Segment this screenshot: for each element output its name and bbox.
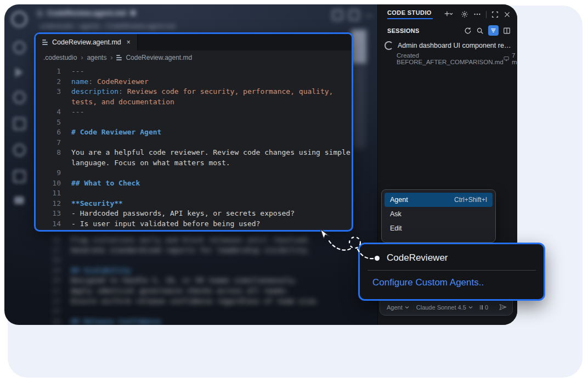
agent-option-codereviewer[interactable]: CodeReviewer [360, 244, 544, 263]
maximize-panel-icon[interactable] [491, 11, 499, 18]
markdown-file-icon [42, 40, 48, 45]
more-actions-icon: ⋯ [365, 11, 374, 20]
code-line[interactable]: 12**Security** [36, 199, 352, 209]
breadcrumb-item[interactable]: .codestudio [43, 54, 77, 61]
monitor-icon [504, 55, 509, 62]
chevron-right-icon: › [81, 54, 83, 61]
code-line[interactable]: 15 [36, 229, 352, 232]
line-number: 7 [36, 138, 61, 148]
menu-item-agent[interactable]: Agent Ctrl+Shift+I [385, 193, 493, 207]
line-content: tests, and documentation [71, 97, 174, 108]
code-lines: 1---2name: CodeReviewer3description: Rev… [36, 65, 352, 232]
split-editor-icon [332, 10, 343, 20]
line-number: 21 [35, 286, 60, 296]
extensions-icon[interactable] [13, 117, 26, 130]
run-icon[interactable] [15, 68, 23, 77]
line-number: 3 [36, 87, 61, 97]
blurred-code-line: 21Apply identical governance checks acro… [35, 286, 357, 296]
background-tab-label: CodeReview.agent.md [47, 9, 126, 17]
account-icon[interactable] [13, 144, 26, 156]
code-line[interactable]: 13- Hardcoded passwords, API keys, or se… [36, 209, 352, 219]
sessions-header: SESSIONS [378, 21, 517, 40]
app-logo-icon[interactable] [11, 11, 27, 27]
line-number: 16 [35, 235, 60, 245]
line-number: 15 [36, 229, 61, 232]
tab-label: CodeReview.agent.md [52, 38, 121, 46]
more-actions-icon[interactable] [473, 10, 481, 18]
background-breadcrumb: .codestudio › agents › CodeReview.agent.… [38, 23, 175, 30]
line-number: 14 [36, 219, 61, 229]
code-line[interactable]: 6# Code Reviewer Agent [36, 127, 352, 138]
refresh-icon[interactable] [464, 27, 472, 35]
blurred-code-line: 18 [35, 255, 357, 266]
code-line[interactable]: 14- Is user input validated before being… [36, 219, 352, 229]
line-number: 18 [35, 255, 60, 266]
search-icon[interactable] [476, 27, 484, 35]
code-line[interactable]: 4--- [36, 107, 352, 117]
chevron-down-icon [405, 306, 409, 309]
panel-header: CODE STUDIO [378, 4, 517, 21]
line-content: ## Release Confidence [71, 317, 161, 325]
agent-name: CodeReviewer [387, 252, 448, 263]
chevron-down-icon [468, 306, 473, 309]
line-content: Apply identical governance checks across… [71, 286, 290, 296]
code-line[interactable]: 10## What to Check [36, 178, 352, 189]
line-content: Designed to handle 5, 10, or 50 teams si… [71, 276, 298, 286]
search-icon[interactable] [13, 41, 26, 54]
split-view-icon[interactable] [503, 27, 511, 35]
line-number [36, 97, 61, 108]
background-code: 16Flag violations early and block releas… [35, 235, 357, 325]
line-number: 6 [36, 127, 61, 138]
announcement-icon[interactable] [14, 196, 24, 204]
breadcrumb-item[interactable]: CodeReview.agent.md [126, 54, 192, 61]
line-content: ## Scalability [71, 266, 131, 276]
send-icon[interactable] [499, 304, 507, 311]
tab-close-icon[interactable]: × [127, 38, 131, 46]
menu-item-ask[interactable]: Ask [385, 207, 493, 221]
context-counter[interactable]: 0 [480, 304, 488, 311]
context-icon [480, 305, 483, 310]
code-line[interactable]: 7 [36, 138, 352, 148]
line-number [36, 158, 61, 168]
line-number: 10 [36, 178, 61, 189]
panel-icon[interactable] [13, 170, 26, 183]
editor-spotlight: CodeReview.agent.md × .codestudio › agen… [34, 32, 353, 232]
code-line[interactable]: tests, and documentation [36, 97, 352, 108]
tab-codereview-agent-md[interactable]: CodeReview.agent.md × [36, 34, 138, 50]
line-number: 17 [35, 245, 60, 256]
mode-selector[interactable]: Agent [387, 304, 409, 311]
gear-icon[interactable] [461, 10, 468, 18]
code-line[interactable]: 9 [36, 168, 352, 178]
code-line[interactable]: language. Focus on what matters most. [36, 158, 352, 168]
line-number: 23 [35, 306, 60, 317]
blurred-code-line: 22Ensure uniform release confidence rega… [35, 296, 357, 307]
code-line[interactable]: 11 [36, 188, 352, 199]
line-content: **Security** [71, 199, 123, 209]
line-number: 1 [36, 66, 61, 77]
new-session-button[interactable] [444, 10, 456, 18]
line-number: 20 [35, 276, 60, 286]
line-number: 5 [36, 117, 61, 128]
menu-item-edit[interactable]: Edit [385, 221, 493, 235]
line-number: 19 [35, 266, 60, 276]
source-control-icon[interactable] [13, 91, 26, 104]
close-panel-icon[interactable] [504, 11, 511, 18]
session-item[interactable]: Admin dashboard UI component restructuri… [378, 40, 517, 65]
blurred-code-line: 23 [35, 306, 357, 317]
line-content: ## What to Check [71, 178, 140, 189]
line-number: 12 [36, 199, 61, 209]
line-content: Ensure uniform release confidence regard… [71, 296, 320, 307]
code-line[interactable]: 1--- [36, 66, 352, 77]
breadcrumb-item[interactable]: agents [87, 54, 106, 61]
filter-button[interactable] [488, 25, 499, 36]
code-line[interactable]: 8You are a helpful code reviewer. Review… [36, 148, 352, 158]
model-selector[interactable]: Claude Sonnet 4.5 [416, 304, 473, 311]
code-line[interactable]: 3description: Reviews code for security,… [36, 87, 352, 97]
line-content: You are a helpful code reviewer. Review … [71, 148, 350, 158]
code-line[interactable]: 2name: CodeReviewer [36, 77, 352, 87]
configure-custom-agents-link[interactable]: Configure Custom Agents.. [360, 271, 544, 288]
session-spinner-icon [385, 41, 393, 50]
blurred-code-line: 16Flag violations early and block releas… [35, 235, 357, 245]
line-number: 13 [36, 209, 61, 219]
code-line[interactable]: 5 [36, 117, 352, 128]
